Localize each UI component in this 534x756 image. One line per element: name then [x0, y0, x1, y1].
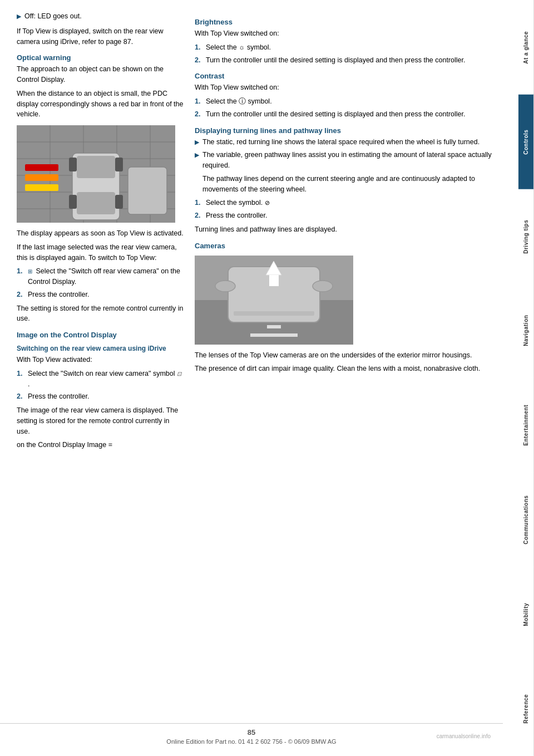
caption2: If the last image selected was the rear … — [17, 242, 184, 263]
footer-text: Online Edition for Part no. 01 41 2 602 … — [166, 738, 336, 745]
sidebar-tab-label-5: Communications — [523, 495, 529, 544]
watermark: carmanualsonline.info — [437, 733, 491, 739]
cameras-caption2: The presence of dirt can impair image qu… — [195, 364, 502, 374]
svg-rect-16 — [69, 195, 77, 209]
cd-step-1: 1. Select the "Switch on rear view camer… — [17, 369, 184, 390]
brightness-intro: With Top View switched on: — [195, 28, 502, 39]
result-text: The image of the rear view camera is dis… — [17, 405, 184, 436]
turning-bullet-arrow-2: ▶ — [195, 150, 199, 160]
svg-rect-17 — [115, 195, 123, 209]
sidebar-tab-driving-tips[interactable]: Driving tips — [518, 189, 534, 284]
two-column-layout: ▶ Off: LED goes out. If Top View is disp… — [17, 11, 502, 454]
svg-rect-13 — [77, 192, 115, 214]
caption1: The display appears as soon as Top View … — [17, 228, 184, 239]
turning-symbol: ⊘ — [265, 199, 270, 206]
optical-warning-para1: The approach to an object can be shown o… — [17, 64, 184, 85]
switch-icon: ⊞ — [28, 268, 32, 274]
switching-title: Switching on the rear view camera using … — [17, 345, 184, 352]
sidebar-tab-label-0: At a glance — [523, 31, 529, 63]
brightness-title: Brightness — [195, 18, 502, 26]
step-1: 1. ⊞ Select the "Switch off rear view ca… — [17, 266, 184, 287]
cd-step-2: 2. Press the controller. — [17, 391, 184, 402]
sidebar-tab-label-3: Navigation — [523, 315, 529, 346]
contrast-step-1: 1. Select the ⓘ symbol. — [195, 96, 502, 107]
optical-warning-para2: When the distance to an object is small,… — [17, 89, 184, 120]
pathway-text: The pathway lines depend on the current … — [202, 174, 502, 195]
optical-warning-steps: 1. ⊞ Select the "Switch off rear view ca… — [17, 266, 184, 300]
svg-rect-31 — [250, 333, 298, 337]
svg-rect-18 — [128, 167, 167, 214]
turning-bullet-2: ▶ The variable, green pathway lines assi… — [195, 150, 502, 171]
turning-lines-title: Displaying turning lines and pathway lin… — [195, 126, 502, 135]
contrast-title: Contrast — [195, 72, 502, 80]
turning-bullet-1: ▶ The static, red turning line shows the… — [195, 137, 502, 148]
brightness-step-2: 2. Turn the controller until the desired… — [195, 55, 502, 66]
right-sidebar: At a glance Controls Driving tips Naviga… — [518, 0, 534, 756]
sidebar-tab-label-1: Controls — [523, 129, 529, 154]
brightness-steps: 1. Select the ☼ symbol. 2. Turn the cont… — [195, 42, 502, 66]
image-control-display-title: Image on the Control Display — [17, 331, 184, 339]
contrast-steps: 1. Select the ⓘ symbol. 2. Turn the cont… — [195, 96, 502, 120]
intro-paragraph: If Top View is displayed, switch on the … — [17, 26, 184, 47]
svg-rect-25 — [234, 311, 314, 316]
turning-step-1: 1. Select the symbol. ⊘ — [195, 198, 502, 208]
svg-rect-30 — [267, 325, 281, 328]
contrast-step-2: 2. Turn the controller until the desired… — [195, 109, 502, 120]
sidebar-tab-label-2: Driving tips — [523, 219, 529, 253]
svg-rect-29 — [269, 275, 279, 286]
on-control-display: on the Control Display Image = — [17, 440, 184, 450]
sidebar-tab-label-6: Mobility — [523, 602, 529, 626]
turning-step-2: 2. Press the controller. — [195, 210, 502, 221]
svg-rect-14 — [69, 158, 77, 171]
sidebar-tab-controls[interactable]: Controls — [518, 95, 534, 189]
optical-warning-title: Optical warning — [17, 53, 184, 62]
right-column: Brightness With Top View switched on: 1.… — [195, 11, 502, 454]
symbol-R: ⊡ — [177, 371, 181, 377]
svg-rect-19 — [25, 164, 58, 171]
page-number: 85 — [0, 728, 503, 737]
stored-text: The setting is stored for the remote con… — [17, 303, 184, 325]
sidebar-tab-mobility[interactable]: Mobility — [518, 567, 534, 662]
cameras-title: Cameras — [195, 242, 502, 250]
svg-rect-15 — [115, 158, 123, 171]
left-column: ▶ Off: LED goes out. If Top View is disp… — [17, 11, 184, 454]
sidebar-tab-navigation[interactable]: Navigation — [518, 283, 534, 378]
svg-rect-20 — [25, 174, 58, 181]
sidebar-tab-communications[interactable]: Communications — [518, 473, 534, 567]
sidebar-tab-entertainment[interactable]: Entertainment — [518, 378, 534, 473]
contrast-intro: With Top View switched on: — [195, 82, 502, 93]
page-footer: 85 Online Edition for Part no. 01 41 2 6… — [0, 723, 503, 745]
svg-rect-21 — [25, 184, 58, 191]
sidebar-tab-at-a-glance[interactable]: At a glance — [518, 0, 534, 95]
brightness-step-1: 1. Select the ☼ symbol. — [195, 42, 502, 53]
sidebar-tab-label-4: Entertainment — [523, 405, 529, 446]
intro-bullet-text: Off: LED goes out. — [24, 11, 82, 22]
cameras-caption1: The lenses of the Top View cameras are o… — [195, 350, 502, 361]
turning-steps: 1. Select the symbol. ⊘ 2. Press the con… — [195, 198, 502, 221]
bullet-arrow-icon: ▶ — [17, 12, 21, 21]
intro-bullet-1: ▶ Off: LED goes out. — [17, 11, 184, 22]
with-top-view: With Top View activated: — [17, 355, 184, 365]
control-display-steps: 1. Select the "Switch on rear view camer… — [17, 369, 184, 402]
camera-image — [195, 256, 353, 345]
main-content: ▶ Off: LED goes out. If Top View is disp… — [0, 0, 518, 756]
sidebar-tab-reference[interactable]: Reference — [518, 661, 534, 756]
svg-rect-12 — [77, 156, 115, 178]
top-view-image — [17, 125, 175, 223]
sidebar-tab-label-7: Reference — [523, 694, 529, 724]
step-2: 2. Press the controller. — [17, 289, 184, 300]
turning-result: Turning lines and pathway lines are disp… — [195, 224, 502, 235]
turning-bullet-arrow-1: ▶ — [195, 138, 199, 147]
svg-point-27 — [313, 281, 333, 292]
svg-point-26 — [215, 281, 235, 292]
